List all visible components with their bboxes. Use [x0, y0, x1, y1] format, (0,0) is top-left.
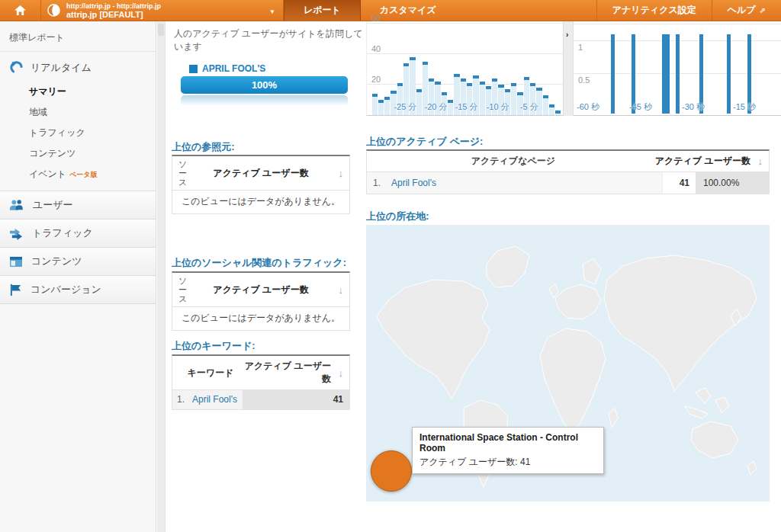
minute-xtick: -15 分	[455, 101, 478, 113]
sort-desc-icon[interactable]: ↓	[750, 155, 764, 167]
minute-xtick: -10 分	[487, 101, 509, 113]
keywords-col-keyword: キーワード	[177, 367, 244, 380]
panel-divider[interactable]	[157, 21, 166, 532]
social-heading: 上位のソーシャル関連のトラフィック:	[172, 257, 350, 269]
tooltip-users: アクティブ ユーザー数: 41	[419, 456, 596, 469]
tooltip-title: International Space Station - Control Ro…	[419, 432, 596, 453]
active-pages-table-header: アクティブなページ アクティブ ユーザー数 ↓	[367, 151, 769, 171]
referrals-empty-message: このビューにはデータがありません。	[172, 190, 349, 213]
sidebar-section-traffic-label: トラフィック	[32, 226, 93, 240]
account-selector[interactable]: http://attrip.jp - http://attrip.jp attr…	[41, 0, 284, 21]
sidebar-section-content[interactable]: コンテンツ	[0, 247, 156, 275]
minute-xtick: -20 分	[424, 101, 447, 113]
ytick-05: 0.5	[578, 75, 590, 85]
minute-bar	[511, 83, 516, 115]
realtime-subitems: サマリー 地域 トラフィック コンテンツ イベントベータ版	[0, 82, 156, 191]
table-row: 1. April Fool's 41	[172, 389, 349, 409]
sidebar-section-content-label: コンテンツ	[31, 255, 82, 268]
per-second-chart: 1 0.5 -60 秒-45 秒-30 秒-15 秒	[574, 21, 781, 116]
help-link[interactable]: ヘルプ ⇗	[712, 0, 781, 21]
divider-handle-icon	[158, 24, 164, 36]
active-pages-heading: 上位のアクティブ ページ:	[366, 136, 770, 148]
collapse-chevron-icon[interactable]: ›	[566, 30, 568, 39]
tab-reports[interactable]: レポート	[284, 0, 361, 21]
sidebar-section-traffic[interactable]: トラフィック	[0, 219, 156, 247]
flag-icon	[9, 284, 22, 296]
referrals-table-header: ソース アクティブ ユーザー数 ↓	[172, 156, 349, 190]
social-table: ソース アクティブ ユーザー数 ↓ このビューにはデータがありません。	[172, 271, 350, 331]
right-column: 上位のアクティブ ページ: アクティブなページ アクティブ ユーザー数 ↓ 1.…	[366, 130, 770, 502]
segment-legend: APRIL FOOL'S	[189, 63, 265, 74]
row-rank: 1.	[172, 390, 189, 409]
keyword-users-value: 41	[243, 390, 349, 409]
social-col-users: アクティブ ユーザー数	[191, 284, 331, 296]
chevron-down-icon: ▼	[269, 8, 275, 15]
sort-desc-icon[interactable]: ↓	[331, 367, 345, 379]
share-bar-reflection	[181, 95, 348, 106]
minute-bar	[448, 100, 453, 115]
chart-divider: ›	[563, 21, 574, 116]
per-minute-chart: 60 40 20 -25 分-20 分-15 分-10 分-5 分	[366, 21, 563, 116]
account-line1: http://attrip.jp - http://attrip.jp	[66, 2, 161, 11]
sidebar-item-traffic-sources[interactable]: トラフィック	[0, 123, 156, 143]
sidebar-item-events-label: イベント	[29, 168, 66, 179]
sidebar-item-locations[interactable]: 地域	[0, 102, 156, 123]
pages-col-users: アクティブ ユーザー数	[655, 155, 750, 168]
top-navbar: http://attrip.jp - http://attrip.jp attr…	[0, 0, 781, 21]
traffic-arrows-icon	[9, 227, 24, 240]
active-pages-table: アクティブなページ アクティブ ユーザー数 ↓ 1. April Fool's …	[366, 149, 770, 194]
realtime-icon	[9, 60, 24, 75]
second-xtick: -15 秒	[733, 101, 756, 113]
sidebar-item-realtime[interactable]: リアルタイム	[0, 52, 156, 82]
sort-desc-icon[interactable]: ↓	[331, 284, 345, 296]
sort-desc-icon[interactable]: ↓	[331, 168, 345, 179]
location-marker[interactable]	[371, 450, 412, 492]
pages-col-page: アクティブなページ	[371, 155, 655, 168]
sidebar-section-conversions[interactable]: コンバージョン	[0, 275, 156, 304]
home-icon	[14, 5, 26, 16]
keyword-link[interactable]: April Fool's	[189, 390, 243, 409]
keywords-col-users: アクティブ ユーザー数	[244, 360, 331, 386]
admin-settings-label: アナリティクス設定	[612, 4, 696, 17]
minute-bar	[378, 100, 384, 115]
navbar-spacer	[455, 0, 596, 21]
help-label: ヘルプ	[728, 4, 756, 17]
gridline-top	[574, 24, 781, 24]
sidebar-header: 標準レポート	[0, 21, 156, 52]
beta-badge: ベータ版	[69, 171, 97, 178]
account-line2: attrip.jp [DEFAULT]	[66, 11, 161, 19]
left-tables-column: 上位の参照元: ソース アクティブ ユーザー数 ↓ このビューにはデータがありま…	[172, 135, 350, 410]
social-table-header: ソース アクティブ ユーザー数 ↓	[172, 273, 349, 306]
sidebar-section-audience[interactable]: ユーザー	[0, 191, 156, 219]
sidebar-item-realtime-label: リアルタイム	[31, 61, 92, 75]
minute-bar	[372, 94, 378, 115]
analytics-realtime-page: http://attrip.jp - http://attrip.jp attr…	[0, 0, 781, 532]
second-xtick: -45 秒	[629, 101, 652, 113]
sidebar-item-content[interactable]: コンテンツ	[0, 143, 156, 164]
minute-bar	[480, 82, 485, 115]
minute-bar	[384, 97, 390, 115]
users-icon	[9, 199, 24, 211]
active-page-link[interactable]: April Fool's	[387, 172, 662, 194]
social-empty-message: このビューにはデータがありません。	[172, 306, 349, 330]
active-users-summary: 人のアクティブ ユーザーがサイトを訪問しています APRIL FOOL'S 10…	[166, 21, 366, 116]
minute-bar	[543, 95, 548, 115]
sidebar-item-summary[interactable]: サマリー	[0, 82, 156, 102]
home-button[interactable]	[0, 0, 41, 21]
sidebar-item-events[interactable]: イベントベータ版	[0, 164, 156, 184]
account-name: http://attrip.jp - http://attrip.jp attr…	[66, 2, 161, 19]
locations-heading: 上位の所在地:	[366, 210, 770, 223]
ytick-1: 1	[578, 43, 583, 52]
row-rank: 1.	[367, 172, 387, 194]
minute-bar	[549, 104, 554, 115]
referrals-col-users: アクティブ ユーザー数	[191, 167, 331, 180]
globe-icon	[47, 4, 60, 17]
second-bar	[676, 34, 680, 114]
second-bar	[666, 34, 670, 114]
external-link-icon: ⇗	[760, 6, 766, 14]
admin-settings-link[interactable]: アナリティクス設定	[596, 0, 712, 21]
visitors-text: 人のアクティブ ユーザーがサイトを訪問しています	[174, 27, 366, 53]
page-users-percent: 100.00%	[696, 172, 769, 194]
table-row: 1. April Fool's 41 100.00%	[367, 171, 769, 194]
referrals-heading: 上位の参照元:	[172, 141, 350, 153]
